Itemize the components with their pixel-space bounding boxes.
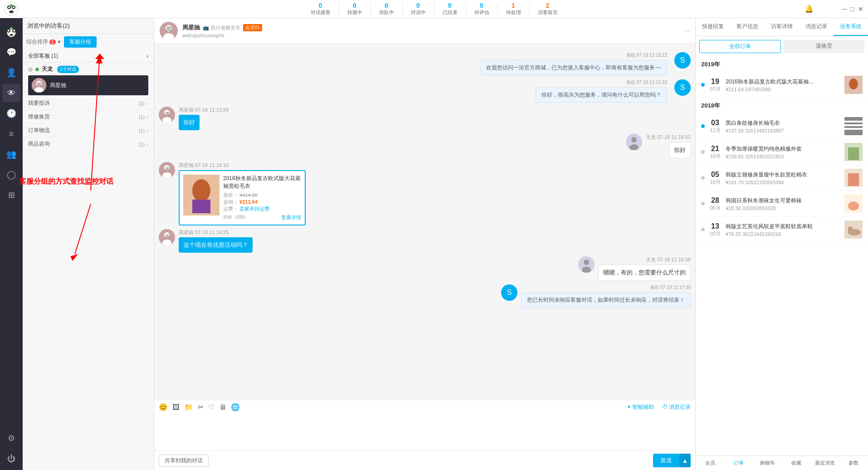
all-service-row[interactable]: 全部客服 (1) › bbox=[23, 50, 154, 63]
minimize-btn[interactable]: ─ bbox=[843, 5, 847, 13]
category-wuliu[interactable]: 订单物流 (1) › bbox=[23, 124, 154, 137]
order-item-4[interactable]: 05 10月 韩版立领修身显瘦中长款宽松棉衣 ¥191.70 326221005… bbox=[696, 165, 868, 191]
sidebar-contacts[interactable]: 👤 bbox=[2, 64, 20, 82]
msg-product: 周 周星驰 07-19 11:16:10 bbox=[159, 162, 691, 225]
svg-rect-55 bbox=[844, 128, 863, 130]
emoji-icon[interactable]: 😊 bbox=[159, 403, 168, 411]
bottom-nav-order[interactable]: 订单 bbox=[724, 456, 753, 470]
order-item-2[interactable]: 03 12月 黑白条纹修身长袖毛衣 ¥137.58 32613482193807 bbox=[696, 113, 868, 139]
order-thumb-icon-2 bbox=[844, 117, 863, 135]
sidebar-power[interactable]: ⏻ bbox=[2, 450, 20, 468]
send-button[interactable]: 发送 bbox=[653, 454, 679, 467]
window-controls: ─ □ ✕ bbox=[843, 5, 863, 13]
bottom-nav-cart[interactable]: 购物车 bbox=[753, 456, 782, 470]
bell-icon[interactable]: 🔔 bbox=[805, 5, 814, 13]
system2-bubble: 你好，很高兴为您服务，请问有什么可以帮您吗？ bbox=[536, 87, 667, 103]
more-options-btn[interactable]: ··· bbox=[684, 27, 690, 35]
order-dot-6 bbox=[701, 228, 705, 231]
globe-icon[interactable]: 🌐 bbox=[231, 403, 240, 411]
product-ship-label: 运费： bbox=[223, 206, 238, 211]
sidebar-analytics[interactable]: ◯ bbox=[2, 166, 20, 184]
category-chevron: › bbox=[146, 100, 148, 107]
category-zixun[interactable]: 商品咨询 (1) › bbox=[23, 137, 154, 151]
order-item-1[interactable]: 19 07月 2016秋冬新品复古欧式版大花葛袖宽松毛衣 ¥211.64 D97… bbox=[696, 72, 868, 98]
send-arrow-btn[interactable]: ▲ bbox=[679, 454, 691, 467]
svg-rect-54 bbox=[844, 124, 863, 126]
system-end-avatar-icon: S bbox=[501, 284, 517, 301]
tab-business-system[interactable]: 业务系统 bbox=[834, 18, 868, 36]
product-title: 2016秋冬新品复古欧式版大花葛袖宽松毛衣 bbox=[223, 175, 301, 190]
send-area: 发送 ▲ bbox=[653, 454, 691, 467]
product-sale-label: 促销： bbox=[223, 199, 238, 205]
sidebar-monitor[interactable]: 👁 bbox=[2, 84, 20, 102]
clock-icon: 🕐 bbox=[6, 108, 16, 118]
collapse-icon[interactable]: ⊙ bbox=[28, 66, 33, 73]
sidebar-settings[interactable]: ⚙ bbox=[2, 429, 20, 447]
tab-quick-reply[interactable]: 快捷回复 bbox=[696, 18, 730, 36]
sort-tab[interactable]: 综合排序 1 ▼ bbox=[26, 38, 61, 46]
panel-header: 浏览中的访客(2) bbox=[23, 18, 154, 34]
sidebar-customers[interactable]: 👥 bbox=[2, 145, 20, 163]
stat-paduizhong: 0 排队中 bbox=[375, 2, 399, 16]
order-item-5[interactable]: 28 06月 韩国日系秋冬潮袜女生可爱棉袜 ¥18.36 32606289332… bbox=[696, 191, 868, 217]
orders-list[interactable]: 2019年 19 07月 2016秋冬新品复古欧式版大花葛袖宽松毛衣 ¥211.… bbox=[696, 57, 868, 455]
msg-welcome-system: 系统 07-19 11:15:22 欢迎您访问一洽官方商城，已为您接入客服中心，… bbox=[159, 52, 691, 76]
svg-text:周: 周 bbox=[165, 167, 169, 171]
visitor-item[interactable]: 周 周星驰 bbox=[28, 75, 148, 95]
monitor-icon: 👁 bbox=[7, 88, 15, 98]
order-item-3[interactable]: 21 10月 冬季加厚保暖宽约纯色棉服外套 ¥158.82 3261348102… bbox=[696, 139, 868, 165]
image-icon[interactable]: 🖼 bbox=[172, 403, 180, 411]
bottom-nav-member[interactable]: 会员 bbox=[696, 456, 724, 470]
close-btn[interactable]: ✕ bbox=[858, 5, 863, 13]
sidebar-chat[interactable]: 💬 bbox=[2, 43, 20, 61]
heart-icon[interactable]: ♡ bbox=[208, 403, 215, 411]
order-tab-return[interactable]: 退换货 bbox=[784, 40, 864, 53]
category-tousu[interactable]: 我要投诉 (1) › bbox=[23, 97, 154, 110]
category-chevron2: › bbox=[146, 114, 148, 120]
avatar-female-icon: 周 bbox=[32, 78, 46, 93]
tab-customer-info[interactable]: 客户信息 bbox=[730, 18, 765, 36]
chat-input[interactable] bbox=[159, 418, 691, 445]
smart-assist-btn[interactable]: ▾ 智能辅助 bbox=[628, 403, 653, 411]
sidebar-panda[interactable] bbox=[2, 23, 20, 41]
order-thumb-icon-3 bbox=[844, 143, 863, 161]
share-conversation-btn[interactable]: 共享到我的对话 bbox=[159, 455, 209, 467]
tab-msg-history[interactable]: 消息记录 bbox=[799, 18, 834, 36]
bottom-nav-favorites[interactable]: 收藏 bbox=[782, 456, 810, 470]
tab-visitor-detail[interactable]: 访客详情 bbox=[765, 18, 799, 36]
agent-avatar-icon bbox=[626, 134, 642, 150]
screen-icon[interactable]: 🖥 bbox=[219, 403, 226, 411]
kefu-fenzhu-tab[interactable]: 客服分组 bbox=[64, 36, 97, 48]
vip-badge: 会员V1 bbox=[243, 24, 262, 31]
scissors-icon[interactable]: ✂ bbox=[198, 403, 204, 411]
sidebar-clock[interactable]: 🕐 bbox=[2, 104, 20, 122]
restore-btn[interactable]: □ bbox=[851, 5, 854, 13]
bottom-nav-recent[interactable]: 最近浏览 bbox=[810, 456, 839, 470]
end-warning-bubble: 您已长时间未响应客服对话，如果时间过长未响应，对话将结束！ bbox=[521, 292, 691, 308]
category-weixiu[interactable]: 维修换货 (1) › bbox=[23, 110, 154, 124]
product-ship: 卖家承担运费 bbox=[239, 206, 269, 211]
msg-agent-nihao: 天龙 07-19 11:16:02 你好 bbox=[159, 134, 691, 158]
year-2018: 2018年 bbox=[696, 98, 868, 113]
order-tab-all[interactable]: 全部订单 bbox=[699, 40, 781, 53]
folder-icon[interactable]: 📁 bbox=[184, 403, 193, 411]
order-item-6[interactable]: 13 02月 韩版文艺英伦风软皮平底鞋软底单鞋 ¥78.25 362224421… bbox=[696, 217, 868, 243]
chat-messages[interactable]: 系统 07-19 11:15:22 欢迎您访问一洽官方商城，已为您接入客服中心，… bbox=[154, 44, 695, 400]
category-chevron4: › bbox=[146, 141, 148, 147]
sidebar-list[interactable]: ≡ bbox=[2, 125, 20, 143]
chat-input-area bbox=[154, 414, 695, 450]
msg-history-btn[interactable]: ⏱ 消息记录 bbox=[662, 403, 691, 411]
svg-point-11 bbox=[8, 29, 10, 31]
year-2019: 2019年 bbox=[696, 57, 868, 72]
stats-bar: 0 对话接客 0 转接中 0 排队中 0 对话中 0 已结束 0 待评估 1 bbox=[306, 2, 562, 16]
system-avatar: S bbox=[674, 52, 691, 69]
welcome-bubble: 欢迎您访问一洽官方商城，已为您接入客服中心，即将有客服为您服务~~ bbox=[480, 60, 667, 76]
promo-user-avatar-icon: 周 bbox=[159, 229, 175, 245]
product-view-detail-link[interactable]: 查看详情 bbox=[281, 214, 301, 221]
bottom-nav-params[interactable]: 参数 bbox=[839, 456, 868, 470]
svg-point-7 bbox=[10, 4, 13, 7]
sidebar-grid[interactable]: ⊞ bbox=[2, 186, 20, 204]
chat-panel: 周 周星驰 📺 四川省雅安市 会员V1 webvipzhouxingchi ··… bbox=[154, 18, 696, 470]
chat-toolbar: 😊 🖼 📁 ✂ ♡ 🖥 🌐 ▾ 智能辅助 ⏱ 消息记录 bbox=[154, 400, 695, 414]
svg-point-13 bbox=[10, 34, 13, 36]
